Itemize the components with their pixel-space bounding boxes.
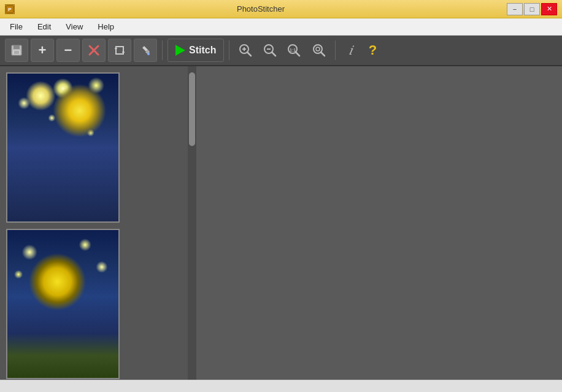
- zoom-out-button[interactable]: [259, 39, 281, 61]
- scroll-thumb[interactable]: [189, 72, 195, 146]
- toolbar-separator-2: [229, 40, 229, 60]
- fill-button[interactable]: [134, 39, 157, 62]
- svg-line-21: [296, 52, 299, 56]
- image-thumbnail-1[interactable]: [6, 72, 120, 223]
- svg-line-24: [321, 52, 325, 56]
- toolbar: + − Stitch: [0, 36, 562, 66]
- svg-point-23: [316, 47, 320, 51]
- info-icon: 𝑖: [348, 43, 352, 58]
- svg-rect-8: [116, 47, 123, 54]
- status-bar: [0, 380, 562, 392]
- help-icon: ?: [369, 42, 377, 58]
- help-button[interactable]: ?: [363, 39, 382, 61]
- menu-edit[interactable]: Edit: [30, 20, 58, 34]
- window-controls: − □ ✕: [507, 3, 557, 15]
- play-icon: [175, 45, 185, 56]
- svg-text:1:1: 1:1: [290, 48, 296, 52]
- close-button[interactable]: ✕: [541, 3, 557, 15]
- crop-button[interactable]: [108, 39, 131, 62]
- main-area: [0, 66, 562, 380]
- menu-help[interactable]: Help: [90, 20, 121, 34]
- zoom-in-button[interactable]: [234, 39, 256, 61]
- canvas-area[interactable]: [196, 66, 562, 380]
- menu-bar: File Edit View Help: [0, 18, 562, 36]
- add-button[interactable]: +: [31, 39, 54, 62]
- images-list: [0, 66, 188, 380]
- svg-rect-3: [13, 45, 20, 49]
- scrollbar[interactable]: [188, 66, 196, 380]
- minimize-button[interactable]: −: [507, 3, 523, 15]
- zoom-fit-button[interactable]: [308, 39, 330, 61]
- svg-rect-5: [14, 51, 19, 54]
- app-icon: P: [5, 4, 15, 14]
- svg-line-18: [272, 52, 275, 56]
- image-preview-2: [7, 230, 118, 378]
- svg-point-11: [147, 53, 150, 55]
- left-panel: [0, 66, 196, 380]
- delete-button[interactable]: [82, 39, 106, 62]
- toolbar-separator-3: [335, 40, 336, 60]
- maximize-button[interactable]: □: [524, 3, 540, 15]
- toolbar-separator-1: [162, 40, 163, 60]
- svg-text:P: P: [8, 7, 12, 12]
- zoom-100-button[interactable]: 1:1: [283, 39, 306, 61]
- window-title: PhotoStitcher: [15, 4, 507, 13]
- menu-view[interactable]: View: [58, 20, 90, 34]
- menu-file[interactable]: File: [2, 20, 30, 34]
- svg-line-15: [247, 52, 251, 56]
- stitch-label: Stitch: [189, 45, 216, 56]
- remove-button[interactable]: −: [56, 39, 80, 62]
- title-bar: P PhotoStitcher − □ ✕: [0, 0, 562, 18]
- image-preview-1: [7, 74, 118, 221]
- image-thumbnail-2[interactable]: [6, 229, 120, 379]
- info-button[interactable]: 𝑖: [341, 39, 360, 61]
- save-button[interactable]: [5, 39, 28, 62]
- stitch-button[interactable]: Stitch: [167, 39, 224, 62]
